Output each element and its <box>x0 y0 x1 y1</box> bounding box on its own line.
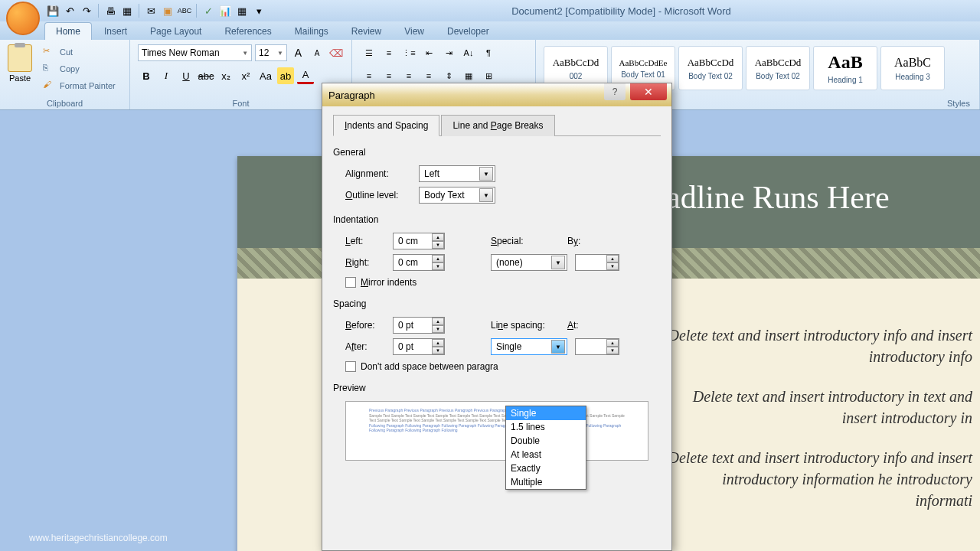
spin-up-icon[interactable]: ▲ <box>606 339 619 347</box>
dropdown-item[interactable]: At least <box>506 448 586 461</box>
help-button[interactable]: ? <box>604 83 626 100</box>
dialog-titlebar[interactable]: Paragraph ? ✕ <box>322 83 671 106</box>
line-spacing-combo[interactable]: Single▼ <box>491 338 567 355</box>
tab-review[interactable]: Review <box>341 23 392 40</box>
spin-down-icon[interactable]: ▼ <box>432 347 444 354</box>
increase-indent-button[interactable]: ⇥ <box>439 44 458 61</box>
style-item[interactable]: AaBbCHeading 3 <box>880 46 945 90</box>
multilevel-button[interactable]: ⋮≡ <box>400 44 418 61</box>
right-spinner[interactable]: 0 cm▲▼ <box>393 254 445 271</box>
format-painter-button[interactable]: 🖌Format Painter <box>41 78 117 93</box>
paste-button[interactable]: Paste <box>3 41 37 93</box>
chevron-down-icon: ▼ <box>551 256 565 269</box>
chart-icon[interactable]: 📊 <box>218 4 232 18</box>
font-color-button[interactable]: A <box>297 67 314 84</box>
print-icon[interactable]: 🖶 <box>103 4 117 18</box>
style-item[interactable]: AaBHeading 1 <box>813 46 877 90</box>
dropdown-item[interactable]: Double <box>506 434 586 448</box>
align-left-button[interactable]: ≡ <box>360 67 378 84</box>
highlight-button[interactable]: ab <box>277 67 294 84</box>
tab-line-page-breaks[interactable]: Line and Page Breaks <box>441 115 554 136</box>
tab-mailings[interactable]: Mailings <box>284 23 339 40</box>
left-label: Left: <box>345 236 385 246</box>
general-label: General <box>333 147 661 158</box>
tab-page-layout[interactable]: Page Layout <box>139 23 212 40</box>
left-spinner[interactable]: 0 cm▲▼ <box>393 233 445 249</box>
spin-up-icon[interactable]: ▲ <box>432 233 444 241</box>
show-marks-button[interactable]: ¶ <box>479 44 498 61</box>
justify-button[interactable]: ≡ <box>420 67 438 84</box>
email-icon[interactable]: ✉ <box>144 4 158 18</box>
after-spinner[interactable]: 0 pt▲▼ <box>393 338 445 355</box>
cut-button[interactable]: ✂Cut <box>41 44 117 60</box>
copy-button[interactable]: ⎘Copy <box>41 61 117 77</box>
dropdown-item[interactable]: Exactly <box>506 461 586 475</box>
spin-down-icon[interactable]: ▼ <box>432 262 444 270</box>
align-center-button[interactable]: ≡ <box>380 67 398 84</box>
spin-up-icon[interactable]: ▲ <box>606 255 619 262</box>
outline-combo[interactable]: Body Text▼ <box>419 187 495 204</box>
spin-up-icon[interactable]: ▲ <box>432 255 444 262</box>
dropdown-item[interactable]: Single <box>506 406 586 420</box>
style-item[interactable]: AaBbCcDdBody Text 02 <box>746 46 810 90</box>
special-combo[interactable]: (none)▼ <box>491 254 567 271</box>
decrease-indent-button[interactable]: ⇤ <box>420 44 438 61</box>
office-button[interactable] <box>6 2 40 35</box>
dont-add-space-checkbox[interactable] <box>345 361 356 372</box>
align-right-button[interactable]: ≡ <box>400 67 418 84</box>
spin-up-icon[interactable]: ▲ <box>432 318 444 325</box>
subscript-button[interactable]: x₂ <box>217 67 234 84</box>
change-case-button[interactable]: Aa <box>257 67 274 84</box>
font-size-combo[interactable]: 12▼ <box>255 44 287 61</box>
shrink-font-button[interactable]: A <box>309 44 325 61</box>
style-item[interactable]: AaBbCcDdBody Text 02 <box>678 46 743 90</box>
tab-insert[interactable]: Insert <box>93 23 138 40</box>
sort-button[interactable]: A↓ <box>459 44 478 61</box>
tab-developer[interactable]: Developer <box>436 23 500 40</box>
before-spinner[interactable]: 0 pt▲▼ <box>393 317 445 334</box>
shading-button[interactable]: ▦ <box>459 67 478 84</box>
grow-font-button[interactable]: A <box>290 44 306 61</box>
at-spinner[interactable]: ▲▼ <box>575 338 619 355</box>
paste-icon <box>8 44 32 72</box>
quick-access-toolbar: 💾 ↶ ↷ 🖶 ▦ ✉ ▣ ABC ✓ 📊 ▦ ▾ <box>46 4 266 18</box>
save-icon[interactable]: 💾 <box>46 4 60 18</box>
mirror-checkbox[interactable] <box>345 277 356 288</box>
numbering-button[interactable]: ≡ <box>380 44 398 61</box>
spin-down-icon[interactable]: ▼ <box>432 325 444 333</box>
strikethrough-button[interactable]: abc <box>198 67 214 84</box>
spellcheck-icon[interactable]: ABC <box>178 4 191 18</box>
check-icon[interactable]: ✓ <box>201 4 215 18</box>
spin-up-icon[interactable]: ▲ <box>432 339 444 347</box>
before-label: Before: <box>345 320 385 331</box>
indentation-label: Indentation <box>333 214 661 225</box>
spin-down-icon[interactable]: ▼ <box>606 347 619 354</box>
alignment-combo[interactable]: Left▼ <box>419 165 495 182</box>
tab-view[interactable]: View <box>394 23 435 40</box>
redo-icon[interactable]: ↷ <box>80 4 93 18</box>
close-button[interactable]: ✕ <box>630 83 667 100</box>
font-name-combo[interactable]: Times New Roman▼ <box>138 44 252 61</box>
superscript-button[interactable]: x² <box>237 67 254 84</box>
qat-dropdown-icon[interactable]: ▾ <box>252 4 266 18</box>
underline-button[interactable]: U <box>178 67 194 84</box>
box-icon[interactable]: ▣ <box>161 4 175 18</box>
tab-references[interactable]: References <box>214 23 282 40</box>
bullets-button[interactable]: ☰ <box>360 44 378 61</box>
italic-button[interactable]: I <box>158 67 175 84</box>
undo-icon[interactable]: ↶ <box>63 4 77 18</box>
grid-icon[interactable]: ▦ <box>235 4 249 18</box>
dropdown-item[interactable]: 1.5 lines <box>506 420 586 434</box>
spin-down-icon[interactable]: ▼ <box>606 262 619 270</box>
dropdown-item[interactable]: Multiple <box>506 475 586 489</box>
clear-formatting-button[interactable]: ⌫ <box>328 44 344 61</box>
bold-button[interactable]: B <box>138 67 155 84</box>
preview-icon[interactable]: ▦ <box>120 4 134 18</box>
tab-home[interactable]: Home <box>44 22 92 40</box>
line-spacing-button[interactable]: ⇕ <box>439 67 458 84</box>
spin-down-icon[interactable]: ▼ <box>432 241 444 249</box>
paste-label: Paste <box>9 73 31 83</box>
by-spinner[interactable]: ▲▼ <box>575 254 619 271</box>
tab-indents-spacing[interactable]: Indents and Spacing <box>333 115 439 136</box>
borders-button[interactable]: ⊞ <box>479 67 498 84</box>
